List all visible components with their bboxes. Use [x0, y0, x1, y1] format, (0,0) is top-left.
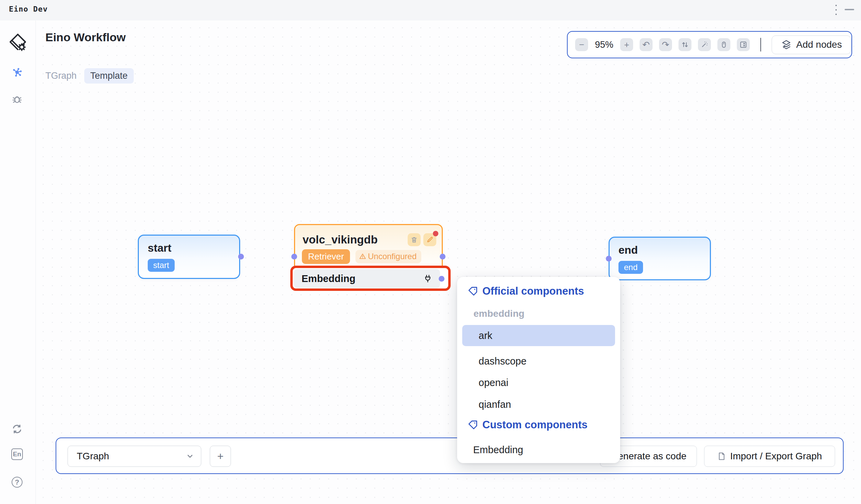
menu-item-dashscope[interactable]: dashscope: [462, 351, 615, 372]
plug-icon: [423, 274, 433, 283]
sync-refresh-icon[interactable]: [11, 423, 23, 435]
breadcrumb: TGraph Template: [45, 68, 134, 84]
custom-components-label: Custom components: [482, 419, 587, 431]
custom-components-header: Custom components: [467, 419, 587, 431]
mouse-pan-icon[interactable]: [718, 38, 730, 51]
node-end[interactable]: end end: [609, 237, 711, 280]
page-title: Eino Workflow: [45, 31, 125, 44]
node-type-badge: Retriever: [302, 249, 350, 264]
help-icon[interactable]: ?: [12, 477, 23, 488]
breadcrumb-template-tag: Template: [84, 68, 134, 84]
menu-item-qianfan[interactable]: qianfan: [462, 394, 615, 415]
debug-bug-icon[interactable]: [12, 94, 23, 104]
node-volc-title: volc_vikingdb: [303, 233, 408, 246]
app-title: Eino Dev: [9, 5, 48, 13]
eino-logo-icon[interactable]: [8, 32, 27, 52]
node-end-badge: end: [618, 261, 643, 274]
import-export-graph-label: Import / Export Graph: [730, 451, 822, 462]
zoom-out-button[interactable]: −: [575, 38, 588, 51]
add-nodes-button[interactable]: Add nodes: [771, 36, 851, 54]
node-start[interactable]: start start: [138, 235, 240, 279]
sidebar: En ?: [0, 20, 36, 504]
add-nodes-label: Add nodes: [796, 39, 842, 50]
tag-icon: [467, 286, 478, 297]
port-volc-output[interactable]: [440, 254, 446, 260]
component-group-label: embedding: [474, 308, 524, 319]
layers-plus-icon: [781, 39, 792, 50]
window-minimize-icon[interactable]: [845, 9, 854, 10]
auto-layout-icon[interactable]: [679, 38, 692, 51]
port-embedding-slot[interactable]: [439, 276, 445, 282]
port-end-input[interactable]: [606, 256, 612, 262]
add-graph-button[interactable]: +: [210, 446, 231, 467]
graph-select-value: TGraph: [77, 451, 109, 462]
warning-icon: [359, 253, 366, 260]
chevron-down-icon: [186, 452, 194, 460]
titlebar: Eino Dev: [0, 0, 861, 20]
language-icon[interactable]: En: [11, 448, 23, 460]
edit-notification-dot: [433, 231, 438, 236]
file-icon: [717, 452, 726, 461]
port-volc-input[interactable]: [291, 254, 297, 260]
import-export-graph-button[interactable]: Import / Export Graph: [704, 446, 835, 467]
port-start-output[interactable]: [238, 254, 244, 260]
graph-select[interactable]: TGraph: [68, 446, 201, 467]
undo-icon[interactable]: ↶: [640, 38, 653, 51]
official-components-label: Official components: [482, 285, 584, 297]
tag-icon: [467, 419, 478, 430]
node-end-title: end: [618, 244, 710, 256]
edit-node-button[interactable]: [423, 233, 436, 246]
zoom-level: 95%: [594, 40, 614, 50]
language-label: En: [11, 448, 23, 460]
graph-orchestration-icon[interactable]: [12, 67, 23, 78]
menu-item-custom-embedding[interactable]: Embedding: [462, 439, 615, 460]
bottom-bar: TGraph + Generate as code Import / Expor…: [56, 437, 844, 474]
panel-layout-icon[interactable]: [737, 38, 750, 51]
embedding-slot-label: Embedding: [302, 273, 355, 284]
node-status-label: Unconfigured: [368, 252, 416, 261]
zoom-in-button[interactable]: +: [620, 38, 633, 51]
menu-item-ark[interactable]: ark: [462, 325, 615, 346]
toolbar-divider: [760, 38, 761, 52]
delete-node-button[interactable]: [408, 233, 421, 246]
component-menu: Official components embedding ark dashsc…: [457, 277, 620, 463]
embedding-slot[interactable]: Embedding: [294, 269, 440, 288]
magic-wand-icon[interactable]: [698, 38, 711, 51]
app-window: Eino Dev: [0, 0, 861, 504]
canvas-toolbar: − 95% + ↶ ↷: [567, 31, 852, 58]
node-start-badge: start: [148, 259, 175, 272]
redo-icon[interactable]: ↷: [659, 38, 672, 51]
help-label: ?: [12, 477, 23, 488]
breadcrumb-graph-name: TGraph: [45, 71, 77, 81]
generate-as-code-label: Generate as code: [611, 451, 687, 462]
window-menu-kebab-icon[interactable]: [833, 5, 839, 15]
official-components-header: Official components: [467, 285, 584, 297]
node-start-title: start: [148, 242, 239, 254]
node-status-badge: Unconfigured: [355, 250, 421, 263]
menu-item-openai[interactable]: openai: [462, 372, 615, 393]
